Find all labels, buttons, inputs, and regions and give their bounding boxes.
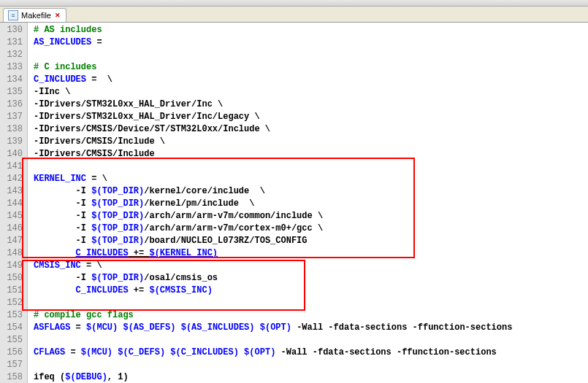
code-line[interactable] xyxy=(28,160,588,173)
code-line[interactable]: ifeq ($(DEBUG), 1) xyxy=(28,371,588,383)
code-line[interactable]: ASFLAGS = $(MCU) $(AS_DEFS) $(AS_INCLUDE… xyxy=(28,322,588,334)
file-tab-makefile[interactable]: ≡ Makefile ✕ xyxy=(3,8,66,22)
code-line[interactable]: -I $(TOP_DIR)/kernel/pm/include \ xyxy=(28,198,588,210)
line-number: 133 xyxy=(0,61,27,74)
code-line[interactable]: -I $(TOP_DIR)/arch/arm/arm-v7m/cortex-m0… xyxy=(28,223,588,235)
code-line[interactable]: KERNEL_INC = \ xyxy=(28,173,588,185)
line-number: 145 xyxy=(0,210,27,223)
line-number: 139 xyxy=(0,136,27,148)
line-number: 154 xyxy=(0,322,27,334)
line-number: 157 xyxy=(0,359,27,371)
code-line[interactable]: AS_INCLUDES = xyxy=(28,36,588,49)
code-line[interactable]: -I $(TOP_DIR)/arch/arm/arm-v7m/common/in… xyxy=(28,210,588,223)
line-number: 156 xyxy=(0,347,27,359)
line-number-gutter: 1301311321331341351361371381391401411421… xyxy=(0,23,28,383)
line-number: 130 xyxy=(0,24,27,36)
close-icon[interactable]: ✕ xyxy=(54,12,61,19)
code-line[interactable]: C_INCLUDES = \ xyxy=(28,74,588,86)
line-number: 148 xyxy=(0,247,27,260)
code-line[interactable]: # C includes xyxy=(28,61,588,74)
code-line[interactable] xyxy=(28,359,588,371)
line-number: 143 xyxy=(0,185,27,198)
line-number: 135 xyxy=(0,86,27,98)
line-number: 138 xyxy=(0,123,27,136)
line-number: 158 xyxy=(0,371,27,383)
code-line[interactable]: # AS includes xyxy=(28,24,588,36)
code-line[interactable] xyxy=(28,49,588,61)
code-line[interactable]: # compile gcc flags xyxy=(28,309,588,322)
line-number: 131 xyxy=(0,36,27,49)
tab-label: Makefile xyxy=(21,11,51,20)
line-number: 152 xyxy=(0,297,27,309)
line-number: 142 xyxy=(0,173,27,185)
toolbar-strip xyxy=(0,0,588,7)
line-number: 147 xyxy=(0,235,27,247)
line-number: 153 xyxy=(0,309,27,322)
file-icon: ≡ xyxy=(8,10,18,20)
code-line[interactable]: -I $(TOP_DIR)/board/NUCLEO_L073RZ/TOS_CO… xyxy=(28,235,588,247)
code-line[interactable]: -I $(TOP_DIR)/osal/cmsis_os xyxy=(28,272,588,285)
line-number: 155 xyxy=(0,334,27,347)
line-number: 151 xyxy=(0,285,27,297)
line-number: 137 xyxy=(0,111,27,123)
code-line[interactable]: -IDrivers/STM32L0xx_HAL_Driver/Inc/Legac… xyxy=(28,111,588,123)
line-number: 136 xyxy=(0,98,27,111)
code-line[interactable]: -IDrivers/STM32L0xx_HAL_Driver/Inc \ xyxy=(28,98,588,111)
line-number: 150 xyxy=(0,272,27,285)
line-number: 141 xyxy=(0,160,27,173)
code-line[interactable] xyxy=(28,334,588,347)
code-line[interactable]: C_INCLUDES += $(CMSIS_INC) xyxy=(28,285,588,297)
code-line[interactable]: C_INCLUDES += $(KERNEL_INC) xyxy=(28,247,588,260)
code-line[interactable]: CFLAGS = $(MCU) $(C_DEFS) $(C_INCLUDES) … xyxy=(28,347,588,359)
code-line[interactable]: -IInc \ xyxy=(28,86,588,98)
line-number: 144 xyxy=(0,198,27,210)
line-number: 140 xyxy=(0,148,27,160)
line-number: 146 xyxy=(0,223,27,235)
code-line[interactable]: -I $(TOP_DIR)/kernel/core/include \ xyxy=(28,185,588,198)
code-line[interactable] xyxy=(28,297,588,309)
code-line[interactable]: -IDrivers/CMSIS/Include \ xyxy=(28,136,588,148)
code-line[interactable]: -IDrivers/CMSIS/Device/ST/STM32L0xx/Incl… xyxy=(28,123,588,136)
code-line[interactable]: CMSIS_INC = \ xyxy=(28,260,588,272)
line-number: 134 xyxy=(0,74,27,86)
line-number: 132 xyxy=(0,49,27,61)
code-line[interactable]: -IDrivers/CMSIS/Include xyxy=(28,148,588,160)
code-editor[interactable]: 1301311321331341351361371381391401411421… xyxy=(0,23,588,383)
tab-bar: ≡ Makefile ✕ xyxy=(0,7,588,23)
line-number: 149 xyxy=(0,260,27,272)
code-area[interactable]: # AS includesAS_INCLUDES = # C includesC… xyxy=(28,23,588,383)
